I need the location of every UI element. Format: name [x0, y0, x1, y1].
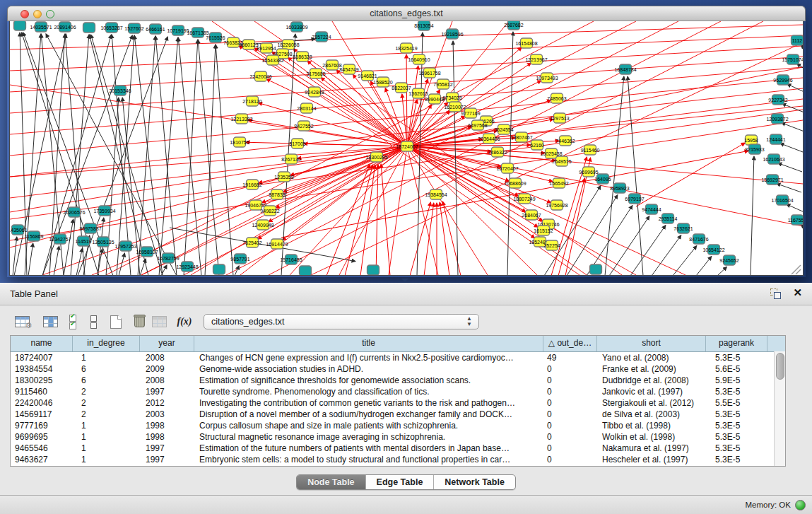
graph-node[interactable] [300, 266, 312, 275]
graph-node-7625402[interactable]: 7625402 [242, 238, 261, 247]
graph-node[interactable] [367, 265, 379, 275]
graph-node-20153346[interactable]: 20153346 [109, 86, 131, 95]
graph-node-114519[interactable]: 114519 [76, 236, 92, 246]
table-row[interactable]: 946554611997Estimation of the future num… [11, 443, 785, 454]
column-header-2[interactable]: year [140, 336, 194, 351]
graph-node-17016504[interactable]: 17016504 [771, 195, 793, 205]
graph-node-7955812[interactable]: 7955812 [433, 79, 452, 89]
graph-node-8471676[interactable]: 8471676 [689, 234, 708, 244]
graph-node-20364486[interactable]: 20364486 [478, 134, 500, 144]
scrollbar-thumb[interactable] [776, 353, 784, 380]
column-header-3[interactable]: title [194, 336, 543, 351]
graph-node-1112[interactable]: 1112 [792, 35, 804, 45]
window-titlebar[interactable]: citations_edges.txt [7, 6, 806, 21]
resize-grip[interactable] [792, 265, 801, 274]
graph-node-9529946[interactable]: 9529946 [773, 75, 792, 85]
graph-node-9857791[interactable]: 9857791 [230, 254, 249, 264]
vertical-scrollbar[interactable] [774, 351, 785, 466]
graph-node-9245652[interactable]: 9245652 [719, 255, 739, 265]
table-row[interactable]: 946362711997Embryonic stem cells: a mode… [11, 454, 785, 465]
column-header-1[interactable]: in_degree [73, 336, 140, 351]
table-row[interactable]: 1872400712008Changes of HCN gene express… [11, 352, 785, 363]
graph-node-252254[interactable]: 252254 [543, 240, 560, 250]
tab-node-table[interactable]: Node Table [297, 475, 365, 489]
graph-node-10719195[interactable]: 10719195 [167, 25, 189, 35]
table-row[interactable]: 1456911722003Disruption of a novel membe… [11, 409, 785, 420]
graph-node-19384554[interactable]: 19384554 [425, 189, 447, 199]
graph-node-817005[interactable]: 817005 [289, 139, 305, 148]
graph-node-9474444[interactable]: 9474444 [642, 204, 661, 214]
graph-node-1565492[interactable]: 1565492 [549, 178, 568, 188]
new-column-button[interactable] [107, 313, 124, 331]
table-row[interactable]: 1830029562008Estimation of significance … [11, 375, 785, 386]
graph-node-6979197[interactable]: 6979197 [625, 194, 644, 204]
table-row[interactable]: 1938455462009Genome-wide association stu… [11, 363, 785, 375]
network-canvas[interactable]: 1872400776638229860123891295418226058982… [9, 21, 804, 276]
table-row[interactable]: 969969511998Structural magnetic resonanc… [11, 431, 785, 443]
graph-node[interactable] [213, 264, 225, 274]
graph-node-20891406[interactable]: 20891406 [54, 22, 76, 32]
graph-node-10653287[interactable]: 10653287 [100, 23, 122, 33]
graph-node-7632621[interactable]: 7632621 [673, 223, 693, 233]
graph-node-1244441[interactable]: 1244441 [766, 134, 785, 144]
graph-node-2935114[interactable]: 2935114 [659, 214, 678, 223]
graph-node[interactable] [83, 23, 95, 33]
delete-column-button[interactable] [131, 313, 147, 331]
graph-node-8813054[interactable]: 8813054 [414, 21, 433, 30]
column-header-6[interactable]: pagerank [706, 336, 767, 351]
graph-node-19756928[interactable]: 19756928 [546, 200, 567, 210]
table-row[interactable]: 911546021997Tourette syndrome. Phenomeno… [11, 386, 785, 397]
graph-node-887833[interactable]: 887833 [269, 189, 285, 199]
graph-node[interactable] [590, 264, 602, 274]
graph-node-16033809[interactable]: 16033809 [286, 22, 307, 32]
memory-status-icon[interactable] [795, 500, 806, 510]
graph-node-1588520[interactable]: 1588520 [373, 77, 392, 87]
graph-node-15692971[interactable]: 15692971 [761, 175, 783, 185]
graph-node-20206576[interactable]: 20206576 [63, 207, 85, 217]
graph-node-19218596[interactable]: 19218596 [441, 29, 463, 39]
graph-node-6466161[interactable]: 6466161 [146, 24, 165, 34]
graph-node-1916682[interactable]: 1916682 [242, 180, 261, 189]
network-graph[interactable]: 1872400776638229860123891295418226058982… [10, 21, 803, 275]
graph-node-15716485[interactable]: 15716485 [280, 255, 302, 264]
graph-node-2718120[interactable]: 2718120 [242, 96, 261, 106]
graph-node-8186328[interactable]: 8186328 [293, 52, 312, 62]
function-builder-button[interactable]: f(x) [174, 313, 195, 331]
close-panel-icon[interactable]: ✕ [793, 286, 802, 299]
graph-node-164095[interactable]: 164095 [594, 174, 611, 184]
column-header-0[interactable]: name [11, 336, 73, 351]
graph-node-1527602[interactable]: 1527602 [124, 23, 143, 33]
graph-node[interactable] [14, 21, 26, 30]
graph-node-2687682[interactable]: 2687682 [504, 21, 523, 30]
graph-node-16154808[interactable]: 16154808 [515, 38, 537, 48]
graph-node-12093872[interactable]: 12093872 [766, 114, 788, 124]
graph-node-7446362[interactable]: 7446362 [555, 136, 575, 146]
table-row[interactable]: 2242004622012Investigating the contribut… [11, 397, 785, 409]
tab-edge-table[interactable]: Edge Table [366, 475, 435, 489]
graph-node-18325419[interactable]: 18325419 [395, 43, 417, 53]
graph-node-14035571[interactable]: 14035571 [30, 22, 52, 32]
table-mode-button[interactable]: ⚙ [13, 313, 31, 331]
graph-node-16640910[interactable]: 16640910 [408, 54, 430, 64]
graph-node-12213967[interactable]: 12213967 [525, 54, 547, 64]
table-row[interactable]: 977716911998Corpus callosum shape and si… [11, 420, 785, 431]
network-table-select[interactable]: citations_edges.txt ▲▼ [204, 314, 479, 329]
graph-node-1810755[interactable]: 1810755 [230, 137, 249, 147]
graph-node-62160[interactable]: 62160 [530, 140, 544, 150]
graph-node-8215933[interactable]: 8215933 [745, 144, 764, 154]
tab-network-table[interactable]: Network Table [434, 475, 515, 489]
row-height-button[interactable] [88, 313, 99, 331]
splitter-handle[interactable] [401, 279, 408, 282]
column-visibility-button[interactable] [41, 313, 59, 331]
column-header-5[interactable]: short [597, 336, 706, 351]
graph-node-13505135[interactable]: 13505135 [92, 237, 114, 247]
float-panel-icon[interactable] [770, 288, 781, 299]
graph-node-12923448[interactable]: 12923448 [176, 262, 198, 271]
graph-node-12409948[interactable]: 12409948 [252, 220, 273, 230]
column-header-4[interactable]: △ out_de… [543, 336, 597, 351]
graph-node-2803144[interactable]: 2803144 [297, 103, 316, 113]
select-rows-button[interactable] [65, 313, 81, 331]
graph-node-16210643[interactable]: 16210643 [763, 154, 784, 164]
graph-node-15958[interactable]: 15958 [744, 135, 758, 145]
graph-node-3175685[interactable]: 3175685 [306, 69, 325, 78]
